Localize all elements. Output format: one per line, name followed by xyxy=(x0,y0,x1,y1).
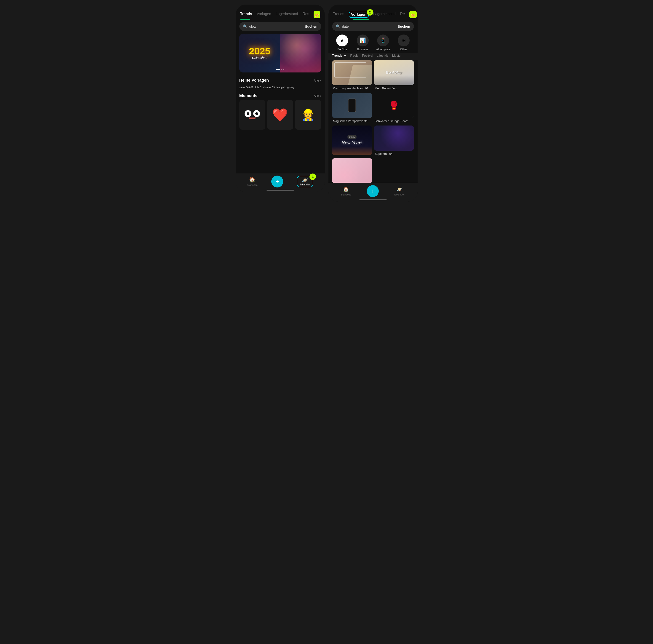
tab-re-right[interactable]: Re xyxy=(400,12,405,17)
nav-explore-label-right: Erkunden xyxy=(394,193,405,196)
grid-item-7[interactable] xyxy=(332,158,372,183)
grid-label-1: Kreuzung aus der Hand 01 xyxy=(332,85,372,91)
grid-item-3[interactable]: Magisches Perspektiventel... xyxy=(332,93,372,124)
search-icon-right: 🔍 xyxy=(336,24,340,29)
tab-lagerbestand-right[interactable]: Lagerbestand xyxy=(373,12,396,17)
template-label-3: Happy Log vlog xyxy=(276,85,294,89)
home-indicator-left xyxy=(266,190,294,191)
grid-item-5[interactable]: 2025 New Year! xyxy=(332,125,372,157)
tab-underline-left xyxy=(240,19,250,20)
nav-home-right[interactable]: 🏠 Startseite xyxy=(341,186,351,196)
filter-lifestyle[interactable]: Lifestyle xyxy=(377,54,388,57)
for-you-label: For You xyxy=(338,48,347,51)
nav-home-label-left: Startseite xyxy=(247,184,258,186)
ai-template-label: AI template xyxy=(376,48,390,51)
nav-home-label-right: Startseite xyxy=(341,193,351,196)
hot-templates-title: Heiße Vorlagen xyxy=(239,78,269,83)
search-icon-left: 🔍 xyxy=(243,24,247,29)
nav-tabs-right: Trends Vorlagen Lagerbestand Re 👑 2 xyxy=(329,8,417,20)
crown-icon-left[interactable]: 👑 xyxy=(314,11,320,18)
tab-res-left[interactable]: Res xyxy=(303,12,309,17)
crown-icon-right[interactable]: 👑 xyxy=(409,11,417,18)
template-row: 🔴 Santa Claus xmas Gift 01 ▲ Merry Chris… xyxy=(236,85,325,89)
nav-add-left[interactable]: + xyxy=(271,175,283,188)
category-for-you[interactable]: ★ For You xyxy=(332,34,353,51)
filter-music[interactable]: Music xyxy=(392,54,401,57)
business-icon-wrap: 📊 xyxy=(357,34,369,46)
newyear-year-badge: 2025 xyxy=(347,135,357,139)
newyear-text: New Year! xyxy=(341,140,362,146)
elements-header: Elemente Alle › xyxy=(236,91,325,100)
template-grid: Kreuzung aus der Hand 01 Travel Diary Me… xyxy=(329,60,417,183)
home-indicator-right xyxy=(359,199,387,200)
search-bar-left[interactable]: 🔍 glow Suchen xyxy=(239,22,321,31)
tab-trends-left[interactable]: Trends xyxy=(240,12,252,17)
nav-add-right[interactable]: + xyxy=(367,185,379,197)
grid-item-1[interactable]: Kreuzung aus der Hand 01 xyxy=(332,60,372,91)
search-value-right: date xyxy=(342,24,396,28)
template-label-2: It Is Christmas 03 xyxy=(255,85,275,89)
grid-item-2[interactable]: Travel Diary Mein Reise-Vlog xyxy=(374,60,414,91)
elements-title: Elemente xyxy=(239,93,258,98)
banner-image xyxy=(280,33,321,72)
tab-vorlagen-right[interactable]: Vorlagen xyxy=(349,11,369,18)
banner-subtitle: Unleashed xyxy=(252,56,267,60)
category-row: ★ For You 📊 Business 📱 AI template xyxy=(329,33,417,53)
grid-label-4: Schwarzer Grunge-Sport xyxy=(374,118,414,124)
explore-icon-right: 🪐 xyxy=(396,186,403,192)
right-phone: Trends Vorlagen Lagerbestand Re 👑 2 🔍 da… xyxy=(329,5,417,201)
filter-trends[interactable]: Trends ▼ xyxy=(332,54,347,57)
tab-underline-right xyxy=(353,19,369,20)
left-phone: Trends Vorlagen Lagerbestand Res 👑 🔍 glo… xyxy=(236,5,325,192)
other-label: Other xyxy=(400,48,407,51)
bottom-nav-right: 🏠 Startseite + 🪐 Erkunden xyxy=(329,183,417,201)
for-you-icon: ★ xyxy=(340,38,344,43)
elements-see-all[interactable]: Alle › xyxy=(314,94,321,98)
hot-templates-header: Heiße Vorlagen Alle › xyxy=(236,75,325,85)
category-ai-template[interactable]: 📱 AI template xyxy=(373,34,393,51)
template-card-3[interactable]: Happy Log vlog xyxy=(276,85,294,89)
grid-item-6[interactable]: Superkraft 04 xyxy=(374,125,414,157)
grid-label-6: Superkraft 04 xyxy=(374,151,414,157)
for-you-icon-wrap: ★ xyxy=(336,34,348,46)
banner-left: 2025 Unleashed xyxy=(239,33,321,72)
template-card-1[interactable]: 🔴 Santa Claus xmas Gift 01 xyxy=(239,85,253,89)
search-value-left: glow xyxy=(249,24,303,28)
category-other[interactable]: ⊞ Other xyxy=(393,34,414,51)
business-label: Business xyxy=(357,48,368,51)
filter-reels[interactable]: Reels xyxy=(350,54,358,57)
other-icon-wrap: ⊞ xyxy=(398,34,410,46)
add-icon-right: + xyxy=(371,188,374,195)
nav-home-left[interactable]: 🏠 Startseite xyxy=(247,177,258,186)
other-icon: ⊞ xyxy=(402,38,406,43)
tab-vorlagen-left[interactable]: Vorlagen xyxy=(257,12,271,17)
template-label-1: xmas Gift 01 xyxy=(239,85,253,89)
banner-year: 2025 xyxy=(249,46,270,56)
nav-explore-label-left: Erkunden xyxy=(300,183,310,186)
grid-item-4[interactable]: 🥊 Schwarzer Grunge-Sport xyxy=(374,93,414,124)
search-bar-right[interactable]: 🔍 date Suchen xyxy=(332,22,414,31)
tab-trends-right[interactable]: Trends xyxy=(333,12,344,17)
nav-tabs-left: Trends Vorlagen Lagerbestand Res 👑 xyxy=(236,8,325,20)
add-icon-left: + xyxy=(275,178,279,185)
tab-lagerbestand-left[interactable]: Lagerbestand xyxy=(276,12,298,17)
element-heart[interactable]: ❤️ xyxy=(267,100,293,129)
search-button-left[interactable]: Suchen xyxy=(305,24,317,28)
banner-dots xyxy=(276,69,284,70)
explore-icon-left: 🪐 xyxy=(302,177,308,183)
grid-label-3: Magisches Perspektiventel... xyxy=(332,118,372,124)
home-icon-right: 🏠 xyxy=(343,186,349,192)
grid-label-2: Mein Reise-Vlog xyxy=(374,85,414,91)
element-eyes[interactable] xyxy=(239,100,265,129)
template-card-2[interactable]: ▲ Merry Christmas 🎄 It Is Christmas 03 xyxy=(255,85,275,89)
business-icon: 📊 xyxy=(360,38,366,43)
nav-explore-left[interactable]: 🪐 Erkunden 1 xyxy=(297,176,313,187)
category-business[interactable]: 📊 Business xyxy=(353,34,373,51)
filter-festival[interactable]: Festival xyxy=(362,54,373,57)
search-button-right[interactable]: Suchen xyxy=(398,24,410,28)
nav-explore-right[interactable]: 🪐 Erkunden xyxy=(394,186,405,196)
element-character[interactable]: 👷 xyxy=(295,100,321,129)
badge-1: 1 xyxy=(310,173,316,180)
bottom-nav-left: 🏠 Startseite + 🪐 Erkunden 1 xyxy=(236,173,325,192)
hot-templates-see-all[interactable]: Alle › xyxy=(314,79,321,82)
